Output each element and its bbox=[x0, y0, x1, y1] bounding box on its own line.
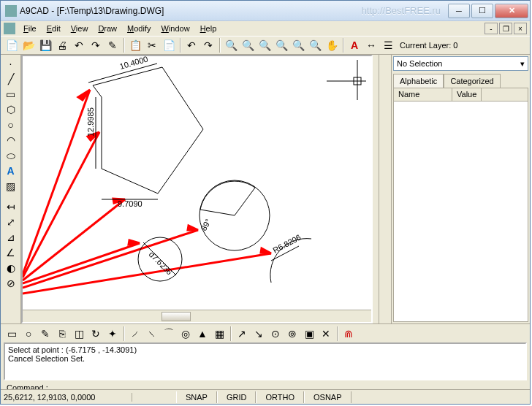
zoom-prev-icon[interactable]: 🔍 bbox=[290, 37, 306, 53]
tool1-icon[interactable]: ✎ bbox=[104, 37, 121, 53]
circle-tool[interactable]: ○ bbox=[3, 118, 19, 132]
tab-categorized[interactable]: Categorized bbox=[444, 74, 500, 88]
selection-dropdown[interactable]: No Selection bbox=[393, 56, 528, 71]
current-layer-label: Current Layer: 0 bbox=[397, 41, 460, 50]
move-tool[interactable]: ✎ bbox=[37, 326, 53, 342]
dim-89: 89° bbox=[199, 218, 213, 232]
line-tool[interactable]: ╱ bbox=[3, 72, 19, 86]
mir-tool[interactable]: ▲ bbox=[194, 326, 210, 342]
col-name[interactable]: Name bbox=[394, 88, 452, 101]
properties-panel: No Selection Alphabetic Categorized Name… bbox=[391, 55, 530, 323]
paste-icon[interactable]: 📄 bbox=[161, 37, 177, 53]
copy-tool[interactable]: ⎘ bbox=[54, 326, 70, 342]
copy-icon[interactable]: 📋 bbox=[127, 37, 143, 53]
vscrollbar[interactable] bbox=[379, 55, 391, 323]
osnap-toggle[interactable]: OSNAP bbox=[304, 391, 352, 403]
redo-icon[interactable]: ↷ bbox=[88, 37, 104, 53]
left-toolbar: · ╱ ▭ ⬡ ○ ◠ ⬭ A ▨ ↤ ⤢ ⊿ ∠ ◐ ⊘ bbox=[1, 55, 21, 323]
app-icon bbox=[5, 5, 17, 17]
canvas-area[interactable]: 10.4000 12.9985 9.7090 d7.6236 89° bbox=[21, 55, 373, 323]
watermark-link: http://BestFREE.ru bbox=[362, 5, 441, 16]
dim-dia-tool[interactable]: ⊘ bbox=[3, 276, 19, 291]
zoom-ext-icon[interactable]: 🔍 bbox=[273, 37, 289, 53]
print-icon[interactable]: 🖨 bbox=[54, 37, 70, 53]
zoom-all-icon[interactable]: 🔍 bbox=[307, 37, 323, 53]
rot-tool[interactable]: ↻ bbox=[88, 326, 104, 342]
osnap-tool[interactable]: ⋒ bbox=[341, 326, 357, 342]
dim-icon[interactable]: ↔ bbox=[363, 37, 379, 53]
sel-tool[interactable]: ▭ bbox=[4, 326, 20, 342]
command-history[interactable]: Select at point : (-6.7175 , -14.3091) C… bbox=[4, 342, 527, 380]
svg-marker-7 bbox=[129, 240, 140, 245]
coordinates: 25,6212, 12,9103, 0,0000 bbox=[1, 393, 132, 402]
erase-tool[interactable]: ○ bbox=[20, 326, 37, 342]
property-grid[interactable]: Name Value bbox=[393, 88, 528, 322]
maximize-button[interactable]: ☐ bbox=[471, 4, 493, 18]
snap-toggle[interactable]: SNAP bbox=[176, 391, 217, 403]
dim-12-99: 12.9985 bbox=[86, 107, 95, 137]
dim-ord-tool[interactable]: ⊿ bbox=[3, 230, 19, 245]
pan-icon[interactable]: ✋ bbox=[324, 37, 340, 53]
menu-file[interactable]: File bbox=[18, 23, 42, 34]
new-icon[interactable]: 📄 bbox=[4, 37, 20, 53]
ellipse-tool[interactable]: ⬭ bbox=[3, 148, 19, 163]
fil-tool[interactable]: ⌒ bbox=[161, 326, 177, 342]
m1-tool[interactable]: ⊙ bbox=[267, 326, 284, 342]
redo2-icon[interactable]: ↷ bbox=[200, 37, 216, 53]
mdi-icon[interactable] bbox=[4, 23, 15, 34]
arc-tool[interactable]: ◠ bbox=[3, 133, 19, 148]
hatch-tool[interactable]: ▨ bbox=[3, 179, 19, 194]
dim-rad-tool[interactable]: ◐ bbox=[3, 261, 19, 275]
text-tool[interactable]: A bbox=[3, 164, 19, 178]
jn-tool[interactable]: ↘ bbox=[251, 326, 267, 342]
window-title: A9CAD - [F:\Temp\13\Drawing.DWG] bbox=[20, 6, 362, 16]
off-tool[interactable]: ◎ bbox=[178, 326, 194, 342]
close-button[interactable]: ✕ bbox=[495, 4, 528, 18]
menu-modify[interactable]: Modify bbox=[122, 23, 156, 34]
col-value[interactable]: Value bbox=[452, 88, 482, 101]
scale-tool[interactable]: ◫ bbox=[71, 326, 87, 342]
undo2-icon[interactable]: ↶ bbox=[183, 37, 200, 53]
zoom-in-icon[interactable]: 🔍 bbox=[223, 37, 239, 53]
cut-icon[interactable]: ✂ bbox=[144, 37, 160, 53]
polyline-tool[interactable]: ⬡ bbox=[3, 102, 19, 117]
mdi-restore[interactable]: ❐ bbox=[499, 23, 512, 34]
dim-ang-tool[interactable]: ∠ bbox=[3, 245, 19, 260]
dim-lin-tool[interactable]: ↤ bbox=[3, 199, 19, 214]
menu-view[interactable]: View bbox=[66, 23, 94, 34]
modify-toolbar: ▭ ○ ✎ ⎘ ◫ ↻ ✦ ⟋ ⟍ ⌒ ◎ ▲ ▦ ↗ ↘ ⊙ ⊚ ▣ ✕ ⋒ bbox=[1, 323, 530, 342]
menu-edit[interactable]: Edit bbox=[42, 23, 66, 34]
brk-tool[interactable]: ↗ bbox=[234, 326, 250, 342]
grid-toggle[interactable]: GRID bbox=[217, 391, 256, 403]
menu-draw[interactable]: Draw bbox=[93, 23, 122, 34]
svg-marker-9 bbox=[188, 226, 198, 230]
m3-tool[interactable]: ▣ bbox=[301, 326, 317, 342]
expl-tool[interactable]: ✦ bbox=[104, 326, 121, 342]
rect-tool[interactable]: ▭ bbox=[3, 87, 19, 102]
point-tool[interactable]: · bbox=[3, 56, 19, 71]
undo-icon[interactable]: ↶ bbox=[71, 37, 87, 53]
svg-line-4 bbox=[23, 199, 125, 280]
hscrollbar[interactable] bbox=[23, 310, 371, 322]
ortho-toggle[interactable]: ORTHO bbox=[256, 391, 304, 403]
layer-icon[interactable]: ☰ bbox=[380, 37, 396, 53]
ext-tool[interactable]: ⟍ bbox=[144, 326, 160, 342]
font-icon[interactable]: A bbox=[346, 37, 362, 53]
m2-tool[interactable]: ⊚ bbox=[284, 326, 300, 342]
open-icon[interactable]: 📂 bbox=[20, 37, 37, 53]
save-icon[interactable]: 💾 bbox=[37, 37, 53, 53]
del-tool[interactable]: ✕ bbox=[318, 326, 334, 342]
menu-help[interactable]: Help bbox=[195, 23, 222, 34]
arr-tool[interactable]: ▦ bbox=[211, 326, 227, 342]
zoom-out-icon[interactable]: 🔍 bbox=[240, 37, 256, 53]
svg-line-10 bbox=[23, 253, 271, 294]
minimize-button[interactable]: ─ bbox=[448, 4, 470, 18]
trim-tool[interactable]: ⟋ bbox=[127, 326, 143, 342]
dim-alg-tool[interactable]: ⤢ bbox=[3, 215, 19, 229]
zoom-win-icon[interactable]: 🔍 bbox=[256, 37, 273, 53]
drawing-canvas[interactable]: 10.4000 12.9985 9.7090 d7.6236 89° bbox=[23, 56, 373, 310]
mdi-minimize[interactable]: - bbox=[484, 23, 498, 34]
mdi-close[interactable]: × bbox=[514, 23, 527, 34]
tab-alphabetic[interactable]: Alphabetic bbox=[393, 74, 444, 88]
menu-window[interactable]: Window bbox=[156, 23, 194, 34]
